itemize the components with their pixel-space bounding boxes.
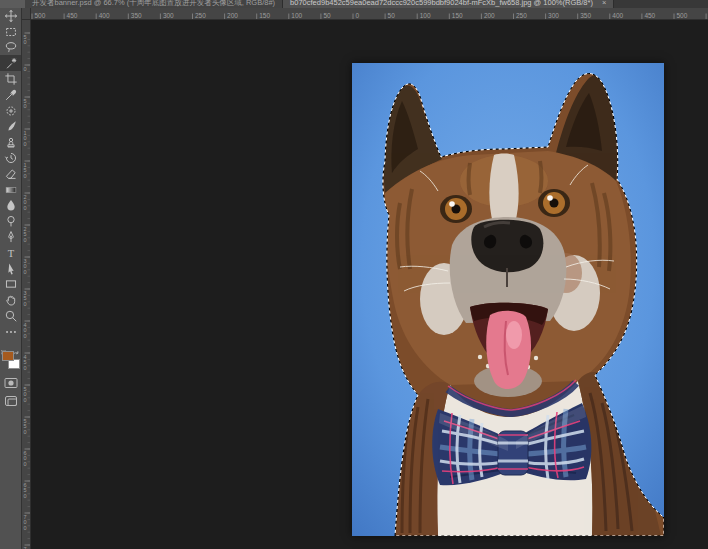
vertical-ruler[interactable]: 5005010015020025030035040045050055060065… [22, 20, 31, 549]
workspace-corner [0, 0, 25, 8]
tab-label: b070cfed9b452c59ea0ead72dccc920c599bdbf9… [290, 0, 593, 7]
tools-panel: T [0, 8, 22, 549]
tool-hand[interactable] [0, 292, 21, 308]
tool-rectangular-marquee[interactable] [0, 24, 21, 40]
ruler-label: 400 [99, 12, 110, 19]
dog-blaze [489, 154, 518, 224]
color-swatches [0, 343, 21, 373]
tool-lasso[interactable] [0, 40, 21, 56]
tool-path-selection[interactable] [0, 261, 21, 277]
ruler-label: 350 [580, 12, 591, 19]
tool-spot-healing-brush[interactable] [0, 103, 21, 119]
ruler-label: 400 [24, 322, 27, 339]
tool-type[interactable]: T [0, 245, 21, 261]
ruler-label: 500 [24, 386, 27, 403]
dog-right-eye [538, 189, 570, 217]
document-canvas[interactable] [31, 20, 708, 549]
horizontal-ruler[interactable]: 5004504003503002502001501005005010015020… [31, 8, 708, 20]
close-tab-icon[interactable]: × [602, 0, 606, 7]
ruler-label: 550 [24, 418, 27, 435]
ruler-label: 650 [24, 482, 27, 499]
tool-more-tools[interactable] [0, 324, 21, 340]
tool-dodge[interactable] [0, 213, 21, 229]
ruler-label: 100 [420, 12, 431, 19]
tool-blur[interactable] [0, 198, 21, 214]
tool-pen[interactable] [0, 229, 21, 245]
ruler-label: 500 [35, 12, 46, 19]
ruler-label: 500 [677, 12, 688, 19]
tab-label: 开发者banner.psd @ 66.7% (十周年底图置放进开发者头像区域, … [32, 0, 275, 7]
horizontal-ruler-scale: 5004504003503002502001501005005010015020… [31, 10, 708, 20]
ruler-label: 450 [24, 354, 27, 371]
ruler-label: 350 [131, 12, 142, 19]
ruler-label: 300 [548, 12, 559, 19]
ruler-label: 100 [24, 130, 27, 147]
document-tab-1[interactable]: 开发者banner.psd @ 66.7% (十周年底图置放进开发者头像区域, … [25, 0, 283, 8]
ruler-label: 50 [24, 34, 27, 45]
ruler-label: 100 [291, 12, 302, 19]
ruler-label: 50 [24, 98, 27, 109]
tool-move[interactable] [0, 8, 21, 24]
ruler-label: 250 [195, 12, 206, 19]
ruler-label: 150 [24, 162, 27, 179]
ruler-label: 350 [24, 290, 27, 307]
foreground-swatch[interactable] [2, 351, 14, 361]
screen-mode-button[interactable] [0, 394, 21, 409]
tool-eraser[interactable] [0, 166, 21, 182]
ruler-corner[interactable] [22, 8, 31, 20]
ruler-label: 200 [484, 12, 495, 19]
vertical-ruler-scale: 5005010015020025030035040045050055060065… [22, 20, 31, 549]
ruler-label: 700 [24, 514, 27, 531]
tool-magic-wand[interactable] [0, 55, 21, 71]
ruler-label: 150 [452, 12, 463, 19]
tool-list: T [0, 8, 21, 340]
ruler-label: 200 [227, 12, 238, 19]
ruler-label: 300 [163, 12, 174, 19]
ruler-label: 250 [24, 226, 27, 243]
ruler-label: 600 [24, 450, 27, 467]
ruler-label: 450 [67, 12, 78, 19]
tool-history-brush[interactable] [0, 150, 21, 166]
tool-eyedropper[interactable] [0, 87, 21, 103]
ruler-label: 50 [388, 12, 396, 19]
quick-mask-button[interactable] [0, 376, 21, 391]
ruler-label: 150 [259, 12, 270, 19]
document-tab-2[interactable]: b070cfed9b452c59ea0ead72dccc920c599bdbf9… [283, 0, 614, 8]
ruler-label: 250 [516, 12, 527, 19]
document-image[interactable] [352, 63, 664, 536]
ruler-label: 450 [644, 12, 655, 19]
dog-left-eye [440, 195, 472, 223]
tool-brush[interactable] [0, 119, 21, 135]
tool-clone-stamp[interactable] [0, 134, 21, 150]
ruler-label: 50 [323, 12, 331, 19]
ruler-label: 200 [24, 194, 27, 211]
dog-tongue [486, 311, 531, 389]
ruler-label: 400 [612, 12, 623, 19]
tool-zoom[interactable] [0, 308, 21, 324]
tool-rectangle-shape[interactable] [0, 277, 21, 293]
tool-gradient[interactable] [0, 182, 21, 198]
ruler-label: 0 [24, 66, 27, 72]
ruler-label: 300 [24, 258, 27, 275]
ruler-label: 0 [356, 12, 360, 19]
tab-bar: 开发者banner.psd @ 66.7% (十周年底图置放进开发者头像区域, … [0, 0, 708, 8]
svg-text:T: T [7, 248, 14, 259]
tool-crop[interactable] [0, 71, 21, 87]
